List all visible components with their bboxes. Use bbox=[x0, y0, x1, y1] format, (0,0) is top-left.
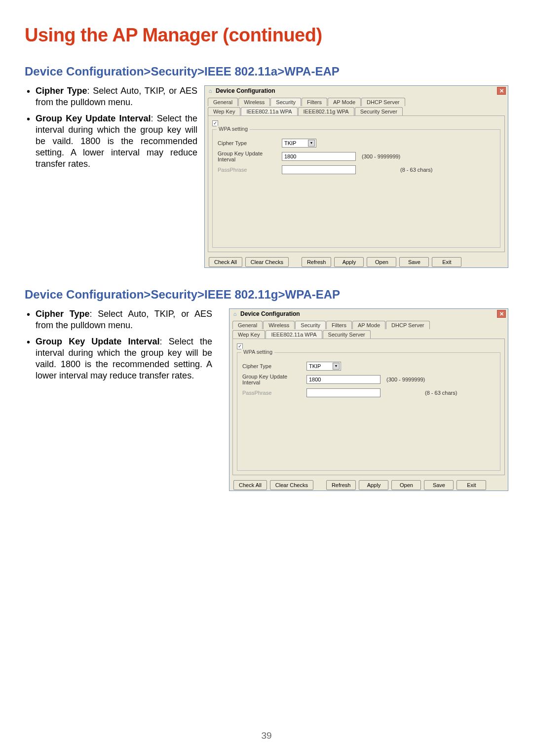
close-button[interactable]: ✕ bbox=[497, 310, 506, 318]
tab-apmode[interactable]: AP Mode bbox=[352, 321, 385, 329]
save-button[interactable]: Save bbox=[424, 480, 454, 490]
tab-wireless[interactable]: Wireless bbox=[263, 321, 295, 329]
main-tab-row: General Wireless Security Filters AP Mod… bbox=[229, 319, 508, 329]
main-tab-row: General Wireless Security Filters AP Mod… bbox=[205, 96, 508, 106]
passphrase-label: PassPhrase bbox=[218, 167, 282, 173]
tab-general[interactable]: General bbox=[232, 321, 263, 329]
dialog-button-row: Check All Clear Checks Refresh Apply Ope… bbox=[205, 254, 508, 270]
sub-tab-row: Wep Key IEEE802.11a WPA IEEE802.11g WPA … bbox=[205, 107, 508, 115]
window-icon: ⌂ bbox=[207, 87, 214, 94]
bullet-term: Group Key Update Interval bbox=[36, 337, 160, 346]
dialog-content: ✓ WPA setting Cipher Type TKIP ▼ Group K… bbox=[208, 115, 505, 252]
subtab-wepkey[interactable]: Wep Key bbox=[232, 330, 265, 339]
dialog-title: Device Configuration bbox=[240, 310, 497, 317]
subtab-11a-wpa[interactable]: IEEE802.11a WPA bbox=[266, 330, 322, 339]
gkui-input[interactable]: 1800 bbox=[282, 152, 356, 161]
page-title: Using the AP Manager (continued) bbox=[25, 25, 508, 46]
open-button[interactable]: Open bbox=[367, 257, 396, 267]
cipher-value: TKIP bbox=[284, 140, 296, 146]
bullet-item: Group Key Update Interval: Select the in… bbox=[36, 336, 212, 381]
refresh-button[interactable]: Refresh bbox=[326, 480, 356, 490]
clear-checks-button[interactable]: Clear Checks bbox=[270, 480, 313, 490]
passphrase-row: PassPhrase (8 - 63 chars) bbox=[218, 165, 495, 174]
page-number: 39 bbox=[0, 730, 533, 741]
passphrase-input[interactable] bbox=[306, 388, 381, 397]
section-a: Cipher Type: Select Auto, TKIP, or AES f… bbox=[25, 85, 508, 268]
bullet-item: Group Key Update Interval: Select the in… bbox=[36, 113, 197, 170]
passphrase-row: PassPhrase (8 - 63 chars) bbox=[242, 388, 495, 397]
passphrase-input[interactable] bbox=[282, 165, 356, 174]
tab-apmode[interactable]: AP Mode bbox=[328, 98, 361, 106]
check-all-button[interactable]: Check All bbox=[209, 257, 242, 267]
cipher-row: Cipher Type TKIP ▼ bbox=[242, 362, 495, 371]
bullet-term: Cipher Type bbox=[36, 309, 90, 319]
bullet-item: Cipher Type: Select Auto, TKIP, or AES f… bbox=[36, 85, 197, 108]
clear-checks-button[interactable]: Clear Checks bbox=[245, 257, 289, 267]
subtab-wepkey[interactable]: Wep Key bbox=[208, 107, 240, 115]
dialog-titlebar: ⌂ Device Configuration ✕ bbox=[205, 86, 508, 96]
fieldset-legend: WPA setting bbox=[217, 126, 250, 132]
apply-button[interactable]: Apply bbox=[334, 257, 364, 267]
section-heading-g: Device Configuration>Security>IEEE 802.1… bbox=[25, 288, 508, 302]
subtab-11g-wpa[interactable]: IEEE802.11g WPA bbox=[298, 107, 354, 115]
refresh-button[interactable]: Refresh bbox=[302, 257, 332, 267]
cipher-label: Cipher Type bbox=[242, 363, 306, 369]
bullet-term: Cipher Type bbox=[36, 86, 87, 96]
gkui-hint: (300 - 9999999) bbox=[386, 377, 425, 382]
exit-button[interactable]: Exit bbox=[457, 480, 486, 490]
passphrase-label: PassPhrase bbox=[242, 390, 306, 396]
subtab-secserver[interactable]: Security Server bbox=[355, 107, 403, 115]
tab-security[interactable]: Security bbox=[295, 321, 326, 329]
gkui-row: Group Key Update Interval 1800 (300 - 99… bbox=[218, 151, 495, 162]
dialog-content: ✓ WPA setting Cipher Type TKIP ▼ Group K… bbox=[232, 339, 505, 475]
tab-general[interactable]: General bbox=[208, 98, 238, 106]
passphrase-hint: (8 - 63 chars) bbox=[400, 167, 432, 173]
chevron-down-icon: ▼ bbox=[308, 140, 315, 147]
chevron-down-icon: ▼ bbox=[333, 363, 340, 370]
passphrase-hint: (8 - 63 chars) bbox=[425, 390, 457, 396]
tab-dhcp[interactable]: DHCP Server bbox=[361, 98, 405, 106]
open-button[interactable]: Open bbox=[391, 480, 421, 490]
bullet-item: Cipher Type: Select Auto, TKIP, or AES f… bbox=[36, 308, 212, 331]
window-icon: ⌂ bbox=[231, 310, 238, 317]
cipher-label: Cipher Type bbox=[218, 140, 282, 146]
check-all-button[interactable]: Check All bbox=[233, 480, 267, 490]
bullet-term: Group Key Update Interval bbox=[36, 113, 151, 123]
tab-dhcp[interactable]: DHCP Server bbox=[386, 321, 429, 329]
cipher-row: Cipher Type TKIP ▼ bbox=[218, 139, 495, 148]
close-button[interactable]: ✕ bbox=[497, 87, 506, 95]
device-config-dialog-a: ⌂ Device Configuration ✕ General Wireles… bbox=[204, 85, 508, 268]
tab-security[interactable]: Security bbox=[270, 98, 301, 106]
exit-button[interactable]: Exit bbox=[432, 257, 461, 267]
cipher-select[interactable]: TKIP ▼ bbox=[306, 362, 341, 371]
cipher-value: TKIP bbox=[309, 363, 321, 369]
save-button[interactable]: Save bbox=[399, 257, 429, 267]
text-column-g: Cipher Type: Select Auto, TKIP, or AES f… bbox=[25, 308, 212, 491]
wpa-setting-fieldset: WPA setting Cipher Type TKIP ▼ Group Key… bbox=[237, 352, 500, 471]
gkui-hint: (300 - 9999999) bbox=[362, 153, 400, 159]
device-config-dialog-g: ⌂ Device Configuration ✕ General Wireles… bbox=[229, 308, 508, 491]
tab-wireless[interactable]: Wireless bbox=[238, 98, 270, 106]
subtab-secserver[interactable]: Security Server bbox=[323, 330, 371, 339]
section-heading-a: Device Configuration>Security>IEEE 802.1… bbox=[25, 65, 508, 78]
gkui-label: Group Key Update Interval bbox=[242, 374, 306, 385]
text-column-a: Cipher Type: Select Auto, TKIP, or AES f… bbox=[25, 85, 197, 268]
dialog-button-row: Check All Clear Checks Refresh Apply Ope… bbox=[229, 477, 508, 493]
gkui-row: Group Key Update Interval 1800 (300 - 99… bbox=[242, 374, 495, 385]
dialog-titlebar: ⌂ Device Configuration ✕ bbox=[229, 309, 508, 319]
cipher-select[interactable]: TKIP ▼ bbox=[282, 139, 316, 148]
dialog-title: Device Configuration bbox=[216, 87, 497, 94]
fieldset-legend: WPA setting bbox=[241, 349, 274, 355]
gkui-label: Group Key Update Interval bbox=[218, 151, 282, 162]
sub-tab-row: Wep Key IEEE802.11a WPA Security Server bbox=[229, 330, 508, 339]
gkui-input[interactable]: 1800 bbox=[306, 375, 381, 384]
tab-filters[interactable]: Filters bbox=[302, 98, 327, 106]
section-g: Cipher Type: Select Auto, TKIP, or AES f… bbox=[25, 308, 508, 491]
apply-button[interactable]: Apply bbox=[359, 480, 388, 490]
wpa-setting-fieldset: WPA setting Cipher Type TKIP ▼ Group Key… bbox=[212, 129, 500, 248]
subtab-11a-wpa[interactable]: IEEE802.11a WPA bbox=[241, 107, 297, 115]
tab-filters[interactable]: Filters bbox=[326, 321, 352, 329]
